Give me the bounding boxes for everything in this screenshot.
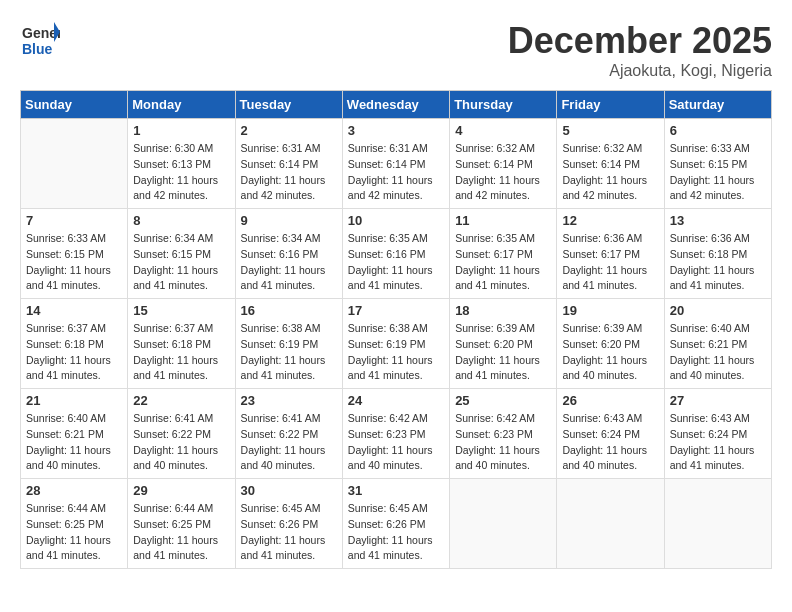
day-info: Sunrise: 6:31 AMSunset: 6:14 PMDaylight:… [241, 141, 337, 204]
weekday-header: Wednesday [342, 91, 449, 119]
day-number: 18 [455, 303, 551, 318]
day-info: Sunrise: 6:32 AMSunset: 6:14 PMDaylight:… [455, 141, 551, 204]
day-number: 5 [562, 123, 658, 138]
calendar-week-row: 21Sunrise: 6:40 AMSunset: 6:21 PMDayligh… [21, 389, 772, 479]
sunset-text: Sunset: 6:15 PM [133, 247, 229, 263]
day-number: 6 [670, 123, 766, 138]
daylight-text: Daylight: 11 hours and 41 minutes. [133, 353, 229, 385]
calendar-cell: 30Sunrise: 6:45 AMSunset: 6:26 PMDayligh… [235, 479, 342, 569]
sunrise-text: Sunrise: 6:45 AM [348, 501, 444, 517]
day-info: Sunrise: 6:38 AMSunset: 6:19 PMDaylight:… [348, 321, 444, 384]
day-info: Sunrise: 6:43 AMSunset: 6:24 PMDaylight:… [670, 411, 766, 474]
day-number: 25 [455, 393, 551, 408]
calendar-week-row: 14Sunrise: 6:37 AMSunset: 6:18 PMDayligh… [21, 299, 772, 389]
calendar-cell: 27Sunrise: 6:43 AMSunset: 6:24 PMDayligh… [664, 389, 771, 479]
day-number: 14 [26, 303, 122, 318]
weekday-header: Thursday [450, 91, 557, 119]
calendar-cell: 28Sunrise: 6:44 AMSunset: 6:25 PMDayligh… [21, 479, 128, 569]
day-info: Sunrise: 6:33 AMSunset: 6:15 PMDaylight:… [670, 141, 766, 204]
sunrise-text: Sunrise: 6:39 AM [455, 321, 551, 337]
sunrise-text: Sunrise: 6:33 AM [670, 141, 766, 157]
calendar-cell: 3Sunrise: 6:31 AMSunset: 6:14 PMDaylight… [342, 119, 449, 209]
logo-icon: General Blue [20, 20, 60, 60]
day-info: Sunrise: 6:36 AMSunset: 6:17 PMDaylight:… [562, 231, 658, 294]
sunrise-text: Sunrise: 6:45 AM [241, 501, 337, 517]
calendar-cell: 29Sunrise: 6:44 AMSunset: 6:25 PMDayligh… [128, 479, 235, 569]
sunset-text: Sunset: 6:20 PM [455, 337, 551, 353]
daylight-text: Daylight: 11 hours and 40 minutes. [562, 353, 658, 385]
daylight-text: Daylight: 11 hours and 41 minutes. [241, 353, 337, 385]
day-info: Sunrise: 6:34 AMSunset: 6:15 PMDaylight:… [133, 231, 229, 294]
weekday-header: Saturday [664, 91, 771, 119]
day-number: 17 [348, 303, 444, 318]
sunset-text: Sunset: 6:18 PM [670, 247, 766, 263]
calendar-cell: 2Sunrise: 6:31 AMSunset: 6:14 PMDaylight… [235, 119, 342, 209]
daylight-text: Daylight: 11 hours and 42 minutes. [562, 173, 658, 205]
sunset-text: Sunset: 6:15 PM [670, 157, 766, 173]
logo: General Blue [20, 20, 64, 60]
day-info: Sunrise: 6:45 AMSunset: 6:26 PMDaylight:… [348, 501, 444, 564]
sunrise-text: Sunrise: 6:41 AM [133, 411, 229, 427]
day-info: Sunrise: 6:38 AMSunset: 6:19 PMDaylight:… [241, 321, 337, 384]
sunset-text: Sunset: 6:14 PM [241, 157, 337, 173]
sunset-text: Sunset: 6:21 PM [670, 337, 766, 353]
day-info: Sunrise: 6:41 AMSunset: 6:22 PMDaylight:… [241, 411, 337, 474]
daylight-text: Daylight: 11 hours and 42 minutes. [241, 173, 337, 205]
day-number: 27 [670, 393, 766, 408]
sunrise-text: Sunrise: 6:36 AM [670, 231, 766, 247]
calendar-cell: 14Sunrise: 6:37 AMSunset: 6:18 PMDayligh… [21, 299, 128, 389]
title-block: December 2025 Ajaokuta, Kogi, Nigeria [508, 20, 772, 80]
sunrise-text: Sunrise: 6:32 AM [562, 141, 658, 157]
sunrise-text: Sunrise: 6:41 AM [241, 411, 337, 427]
calendar-cell: 31Sunrise: 6:45 AMSunset: 6:26 PMDayligh… [342, 479, 449, 569]
day-number: 9 [241, 213, 337, 228]
sunset-text: Sunset: 6:14 PM [562, 157, 658, 173]
sunset-text: Sunset: 6:16 PM [348, 247, 444, 263]
daylight-text: Daylight: 11 hours and 42 minutes. [133, 173, 229, 205]
day-info: Sunrise: 6:44 AMSunset: 6:25 PMDaylight:… [133, 501, 229, 564]
weekday-header: Sunday [21, 91, 128, 119]
calendar-cell: 12Sunrise: 6:36 AMSunset: 6:17 PMDayligh… [557, 209, 664, 299]
day-number: 7 [26, 213, 122, 228]
weekday-header: Monday [128, 91, 235, 119]
sunset-text: Sunset: 6:23 PM [455, 427, 551, 443]
daylight-text: Daylight: 11 hours and 42 minutes. [670, 173, 766, 205]
sunrise-text: Sunrise: 6:39 AM [562, 321, 658, 337]
calendar-cell: 6Sunrise: 6:33 AMSunset: 6:15 PMDaylight… [664, 119, 771, 209]
calendar-cell: 15Sunrise: 6:37 AMSunset: 6:18 PMDayligh… [128, 299, 235, 389]
calendar-cell: 4Sunrise: 6:32 AMSunset: 6:14 PMDaylight… [450, 119, 557, 209]
calendar-week-row: 28Sunrise: 6:44 AMSunset: 6:25 PMDayligh… [21, 479, 772, 569]
daylight-text: Daylight: 11 hours and 41 minutes. [26, 263, 122, 295]
day-info: Sunrise: 6:40 AMSunset: 6:21 PMDaylight:… [26, 411, 122, 474]
sunset-text: Sunset: 6:14 PM [455, 157, 551, 173]
day-number: 24 [348, 393, 444, 408]
calendar-cell: 23Sunrise: 6:41 AMSunset: 6:22 PMDayligh… [235, 389, 342, 479]
day-number: 1 [133, 123, 229, 138]
day-info: Sunrise: 6:42 AMSunset: 6:23 PMDaylight:… [348, 411, 444, 474]
sunset-text: Sunset: 6:14 PM [348, 157, 444, 173]
day-number: 28 [26, 483, 122, 498]
sunset-text: Sunset: 6:25 PM [26, 517, 122, 533]
page-header: General Blue December 2025 Ajaokuta, Kog… [20, 20, 772, 80]
calendar-cell: 11Sunrise: 6:35 AMSunset: 6:17 PMDayligh… [450, 209, 557, 299]
day-number: 21 [26, 393, 122, 408]
sunrise-text: Sunrise: 6:30 AM [133, 141, 229, 157]
calendar-week-row: 1Sunrise: 6:30 AMSunset: 6:13 PMDaylight… [21, 119, 772, 209]
sunrise-text: Sunrise: 6:43 AM [670, 411, 766, 427]
day-info: Sunrise: 6:42 AMSunset: 6:23 PMDaylight:… [455, 411, 551, 474]
daylight-text: Daylight: 11 hours and 41 minutes. [348, 263, 444, 295]
day-info: Sunrise: 6:41 AMSunset: 6:22 PMDaylight:… [133, 411, 229, 474]
calendar-cell: 8Sunrise: 6:34 AMSunset: 6:15 PMDaylight… [128, 209, 235, 299]
calendar-cell: 18Sunrise: 6:39 AMSunset: 6:20 PMDayligh… [450, 299, 557, 389]
sunrise-text: Sunrise: 6:34 AM [133, 231, 229, 247]
daylight-text: Daylight: 11 hours and 40 minutes. [26, 443, 122, 475]
day-info: Sunrise: 6:31 AMSunset: 6:14 PMDaylight:… [348, 141, 444, 204]
sunset-text: Sunset: 6:21 PM [26, 427, 122, 443]
calendar-cell: 22Sunrise: 6:41 AMSunset: 6:22 PMDayligh… [128, 389, 235, 479]
sunrise-text: Sunrise: 6:35 AM [455, 231, 551, 247]
daylight-text: Daylight: 11 hours and 41 minutes. [455, 353, 551, 385]
day-number: 23 [241, 393, 337, 408]
sunrise-text: Sunrise: 6:42 AM [348, 411, 444, 427]
sunrise-text: Sunrise: 6:40 AM [670, 321, 766, 337]
sunrise-text: Sunrise: 6:43 AM [562, 411, 658, 427]
